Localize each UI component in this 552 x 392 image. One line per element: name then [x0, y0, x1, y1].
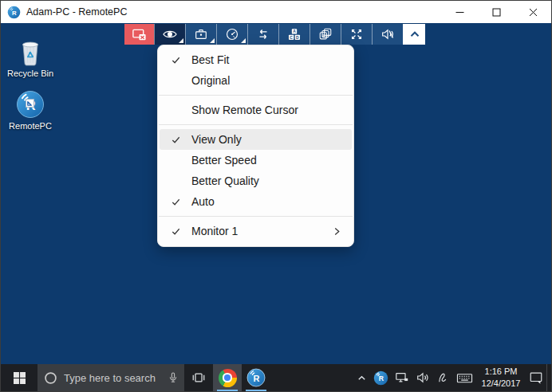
- view-options-menu: Best Fit Original Show Remote Cursor: [157, 45, 354, 247]
- taskbar: Type here to search R: [1, 364, 551, 391]
- briefcase-icon: [194, 27, 208, 41]
- search-placeholder: Type here to search: [64, 372, 167, 384]
- checkmark-icon: [160, 226, 191, 237]
- performance-button[interactable]: [216, 24, 247, 45]
- shortcut-arrow-icon: [26, 99, 34, 108]
- checkmark-icon: [160, 135, 191, 145]
- file-transfer-button[interactable]: [247, 24, 278, 45]
- close-button[interactable]: [515, 1, 551, 23]
- checkmark-icon: [160, 197, 191, 207]
- keys-icon: A C D: [287, 27, 302, 41]
- cortana-icon: [44, 371, 57, 385]
- action-center-icon: [529, 370, 543, 385]
- volume-tray-icon[interactable]: [412, 364, 433, 391]
- menu-item-monitor-1[interactable]: Monitor 1: [160, 221, 352, 241]
- recycle-bin-icon: [18, 36, 43, 66]
- chevron-up-icon: [408, 27, 422, 41]
- svg-text:C: C: [290, 36, 293, 40]
- minimize-button[interactable]: [441, 1, 478, 23]
- microphone-icon[interactable]: [167, 371, 179, 384]
- svg-text:A: A: [293, 29, 296, 33]
- remote-desktop-view: Recycle Bin R RemotePC: [1, 23, 551, 366]
- view-options-button[interactable]: [154, 24, 185, 45]
- desktop-icon-label: Recycle Bin: [7, 69, 53, 78]
- speaker-muted-icon: [380, 27, 395, 41]
- submenu-chevron-icon: [333, 226, 341, 237]
- session-toolbar: A C D: [124, 24, 425, 45]
- taskbar-clock[interactable]: 1:16 PM 12/4/2017: [476, 364, 526, 391]
- menu-item-show-remote-cursor[interactable]: Show Remote Cursor: [160, 100, 352, 120]
- menu-separator: [159, 124, 353, 125]
- tools-button[interactable]: [185, 24, 216, 45]
- system-tray: R: [353, 364, 551, 391]
- menu-separator: [159, 95, 353, 96]
- show-desktop-button[interactable]: [546, 364, 551, 391]
- gauge-icon: [225, 27, 239, 41]
- clock-time: 1:16 PM: [485, 366, 518, 378]
- cascade-icon: [318, 27, 333, 41]
- action-center-button[interactable]: [526, 364, 546, 391]
- network-tray-icon[interactable]: [392, 364, 412, 391]
- disconnect-button[interactable]: [124, 24, 154, 45]
- keyboard-shortcuts-button[interactable]: A C D: [278, 24, 310, 45]
- task-view-button[interactable]: [184, 364, 213, 391]
- swap-arrows-icon: [256, 27, 270, 41]
- menu-item-original[interactable]: Original: [160, 70, 352, 91]
- search-input[interactable]: Type here to search: [37, 364, 184, 391]
- task-view-icon: [191, 370, 206, 385]
- remotepc-icon: R: [246, 368, 266, 387]
- window-title: Adam-PC - RemotePC: [26, 6, 127, 18]
- desktop-icon-label: RemotePC: [9, 121, 52, 131]
- chrome-icon: [219, 369, 237, 387]
- menu-item-better-quality[interactable]: Better Quality: [160, 171, 352, 191]
- svg-text:R: R: [254, 374, 260, 383]
- chevron-up-icon: [357, 373, 367, 383]
- remotepc-window: R Adam-PC - RemotePC: [0, 0, 552, 392]
- menu-item-view-only[interactable]: View Only: [160, 129, 352, 150]
- checkmark-icon: [160, 55, 191, 65]
- remotepc-app-icon: R: [16, 88, 45, 119]
- chrome-taskbar-button[interactable]: [213, 364, 242, 391]
- titlebar: R Adam-PC - RemotePC: [1, 1, 551, 23]
- menu-separator: [159, 216, 353, 217]
- remotepc-tray-icon[interactable]: R: [370, 364, 392, 391]
- menu-item-auto[interactable]: Auto: [160, 191, 352, 212]
- svg-text:R: R: [12, 9, 17, 16]
- mute-audio-button[interactable]: [372, 24, 403, 45]
- start-button[interactable]: [1, 364, 37, 391]
- collapse-toolbar-button[interactable]: [403, 24, 425, 45]
- eye-icon: [162, 26, 178, 42]
- desktop-icon-recycle-bin[interactable]: Recycle Bin: [4, 36, 57, 78]
- cascade-windows-button[interactable]: [310, 24, 341, 45]
- windows-logo-icon: [14, 372, 26, 384]
- svg-text:D: D: [296, 36, 299, 40]
- ink-workspace-tray-icon[interactable]: [433, 364, 453, 391]
- menu-item-better-speed[interactable]: Better Speed: [160, 150, 352, 171]
- remotepc-logo-icon: R: [7, 6, 21, 19]
- touch-keyboard-tray-icon[interactable]: [453, 364, 476, 391]
- clock-date: 12/4/2017: [482, 378, 521, 390]
- expand-icon: [349, 27, 364, 41]
- tray-expand-button[interactable]: [353, 364, 370, 391]
- desktop-icon-remotepc[interactable]: R RemotePC: [4, 88, 57, 131]
- maximize-button[interactable]: [478, 1, 515, 23]
- menu-item-best-fit[interactable]: Best Fit: [160, 49, 352, 70]
- window-controls: [441, 1, 551, 23]
- fullscreen-button[interactable]: [341, 24, 372, 45]
- svg-text:R: R: [379, 374, 384, 382]
- remotepc-taskbar-button[interactable]: R: [242, 364, 270, 391]
